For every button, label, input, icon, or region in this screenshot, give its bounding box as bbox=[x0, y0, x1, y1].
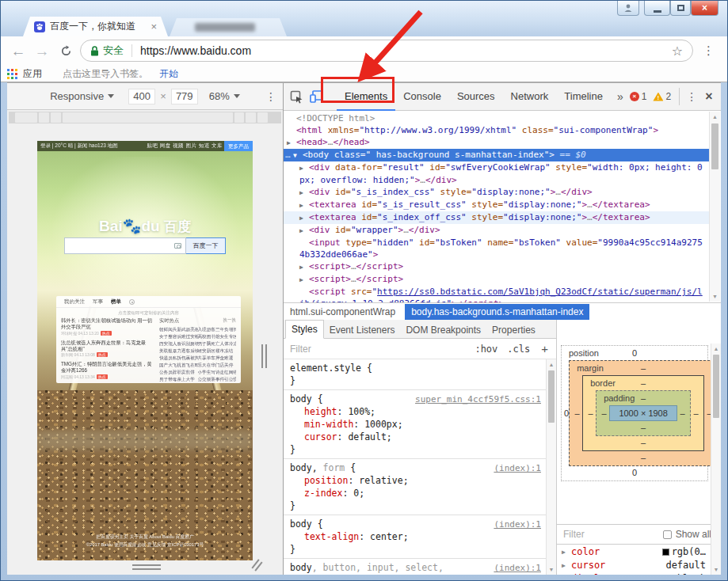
hot-search-item[interactable]: 入境游客三年负增长 bbox=[198, 326, 237, 333]
box-model-diagram[interactable]: position0 0 margin– – border– bbox=[561, 345, 708, 481]
css-source-link[interactable]: (index):1 bbox=[494, 562, 541, 575]
scroll-up-icon[interactable]: ▲ bbox=[547, 362, 556, 367]
inspect-element-icon[interactable] bbox=[290, 90, 303, 104]
css-property[interactable]: min-width: 1000px; bbox=[290, 418, 541, 431]
bookmark-star-icon[interactable]: ☆ bbox=[672, 44, 683, 59]
baidu-search-button[interactable]: 百度一下 bbox=[186, 237, 226, 254]
css-rule[interactable]: (index):1body, form {position: relative;… bbox=[284, 459, 546, 515]
hot-search-item[interactable]: 乐天在华门店关停 bbox=[198, 362, 237, 369]
hot-search-item[interactable]: 雄安新区楼市冻结 bbox=[198, 347, 237, 355]
hot-search-item[interactable]: 女子整容后难过安检 bbox=[159, 333, 198, 340]
dom-line[interactable]: ▶<div id="s_is_index_css" style="display… bbox=[284, 186, 709, 199]
news-tab[interactable]: 榜单 bbox=[111, 298, 121, 306]
dom-line[interactable]: <script src="https://ss0.bdstatic.com/5a… bbox=[284, 286, 709, 302]
maximize-button[interactable] bbox=[670, 1, 691, 16]
media-segment[interactable] bbox=[246, 112, 256, 123]
hot-search-item[interactable]: 国产大飞机首飞在即 bbox=[159, 362, 198, 369]
security-label[interactable]: 安全 bbox=[103, 44, 124, 58]
computed-property[interactable]: ▶displayblock bbox=[557, 572, 711, 575]
scroll-down-icon[interactable]: ▼ bbox=[710, 294, 720, 299]
hot-search-item[interactable]: 共享单车押金难退 bbox=[198, 355, 237, 362]
styles-filter-input[interactable]: Filter bbox=[290, 344, 311, 355]
styles-tab-event-listeners[interactable]: Event Listeners bbox=[324, 321, 401, 339]
dom-line[interactable]: ▶<textarea id="s_is_result_css" style="d… bbox=[284, 199, 709, 211]
scroll-down-icon[interactable]: ▼ bbox=[547, 567, 556, 572]
devtools-tab-sources[interactable]: Sources bbox=[449, 83, 503, 111]
styles-tab-properties[interactable]: Properties bbox=[486, 321, 541, 339]
minimize-button[interactable] bbox=[644, 1, 670, 16]
styles-tab-dom-breakpoints[interactable]: DOM Breakpoints bbox=[400, 321, 486, 339]
baidu-search-input[interactable] bbox=[64, 237, 186, 254]
devtools-tab-console[interactable]: Console bbox=[395, 83, 449, 111]
media-segment[interactable] bbox=[63, 112, 233, 123]
computed-scrollbar[interactable]: ▲ ▼ bbox=[711, 344, 721, 575]
news-tab[interactable]: 军事 bbox=[93, 298, 103, 306]
baidu-more-products-button[interactable]: 更多产品 bbox=[224, 141, 253, 151]
hot-search-item[interactable]: 男子带母亲上大学 bbox=[159, 376, 198, 383]
media-segment[interactable] bbox=[15, 112, 37, 123]
hot-search-item[interactable]: 朝鲜阅兵新武器亮相 bbox=[159, 326, 198, 333]
media-query-bar[interactable] bbox=[9, 112, 281, 123]
media-segment[interactable] bbox=[51, 112, 61, 123]
scrollbar-thumb[interactable] bbox=[548, 370, 555, 423]
viewport-height-input[interactable]: 779 bbox=[171, 89, 198, 104]
hot-search-item[interactable]: 西安现人脸识别厕纸 bbox=[159, 340, 198, 347]
computed-property[interactable]: ▶cursordefault bbox=[557, 559, 711, 572]
css-source-link[interactable]: super_min_4ccf59f5.css:1 bbox=[415, 393, 541, 406]
camera-icon[interactable] bbox=[174, 243, 181, 249]
baidu-nav-links[interactable]: 贴吧 网盘 视频 图片 知道 文库 bbox=[147, 142, 223, 150]
dom-line[interactable]: ▶<head>…</head> bbox=[284, 136, 709, 149]
news-headline[interactable]: 法总统候选人东奔西走拉票：马克龙最具"总统相"新华网 04.13 13:08热点 bbox=[61, 340, 154, 358]
dom-scrollbar[interactable]: ▲ ▼ bbox=[709, 112, 720, 302]
dom-line[interactable]: ▶<div data-for="result" id="swfEveryCook… bbox=[284, 161, 709, 186]
styles-scrollbar[interactable]: ▲ ▼ bbox=[546, 359, 556, 575]
dom-line[interactable]: ▶<script>…</script> bbox=[284, 260, 709, 273]
start-link[interactable]: 开始 bbox=[159, 67, 178, 81]
dom-line[interactable]: <input type="hidden" id="bsToken" name="… bbox=[284, 237, 709, 260]
baidu-nav-left[interactable]: 登录 | 20°C 晴 | 新闻 hao123 地图 bbox=[40, 142, 118, 150]
media-segment[interactable] bbox=[39, 112, 49, 123]
dom-line[interactable]: ▶<script>…</script> bbox=[284, 273, 709, 286]
dom-line[interactable]: …▼<body class=" has-background s-manhatt… bbox=[284, 149, 709, 161]
refresh-button[interactable] bbox=[55, 36, 77, 66]
browser-menu-icon[interactable]: ⋮ bbox=[703, 44, 715, 58]
new-style-rule-button[interactable]: + bbox=[541, 342, 548, 355]
error-badge[interactable]: × 1 bbox=[630, 91, 647, 102]
show-all-checkbox[interactable] bbox=[663, 530, 672, 539]
breadcrumb-html[interactable]: html.sui-componentWrap bbox=[290, 306, 395, 317]
hot-search-item[interactable]: 公务员辞职卖煎饼 bbox=[159, 369, 198, 376]
hot-search-item[interactable]: 男子脑死亡人体冷冻 bbox=[198, 340, 237, 347]
news-tab[interactable]: 我的关注 bbox=[64, 298, 85, 306]
scroll-up-icon[interactable]: ▲ bbox=[710, 114, 720, 120]
css-rule[interactable]: (index):1body {text-align: center;} bbox=[284, 515, 546, 559]
device-toolbar-menu-icon[interactable]: ⋮ bbox=[265, 90, 276, 103]
dom-line[interactable]: <html xmlns="http://www.w3.org/1999/xhtm… bbox=[284, 124, 709, 136]
baidu-search-bar[interactable]: 百度一下 bbox=[64, 237, 226, 254]
zoom-select[interactable]: 68% bbox=[209, 90, 230, 102]
hot-search-item[interactable]: 高校图书馆女生专区 bbox=[198, 333, 237, 340]
breadcrumb-body-selected[interactable]: body.has-background.s-manhattan-index bbox=[405, 304, 589, 320]
tab-close-icon[interactable]: × bbox=[151, 21, 157, 32]
apps-grid-icon[interactable] bbox=[7, 69, 17, 79]
more-panels-chevron[interactable]: » bbox=[611, 90, 630, 103]
media-segment[interactable] bbox=[257, 112, 268, 123]
gear-icon[interactable] bbox=[129, 299, 135, 305]
css-property[interactable]: cursor: default; bbox=[290, 431, 541, 443]
profile-button[interactable] bbox=[617, 1, 639, 16]
css-rule[interactable]: element.style {} bbox=[284, 359, 546, 390]
device-viewport[interactable]: 登录 | 20°C 晴 | 新闻 hao123 地图 贴吧 网盘 视频 图片 知… bbox=[37, 141, 253, 560]
viewport-resize-handle-corner[interactable] bbox=[251, 559, 262, 571]
devtools-tab-timeline[interactable]: Timeline bbox=[556, 83, 611, 111]
media-segment[interactable] bbox=[234, 112, 244, 123]
hot-search-item[interactable]: 快递员私拆包裹被拘 bbox=[159, 355, 198, 362]
css-source-link[interactable]: (index):1 bbox=[494, 462, 541, 475]
viewport-resize-handle-bottom[interactable] bbox=[132, 564, 161, 570]
styles-tab-styles[interactable]: Styles bbox=[285, 320, 324, 339]
dom-line[interactable]: <!DOCTYPE html> bbox=[284, 112, 709, 124]
devtools-menu-icon[interactable]: ⋮ bbox=[686, 90, 697, 103]
css-property[interactable]: height: 100%; bbox=[290, 405, 541, 418]
css-rule[interactable]: super_min_4ccf59f5.css:1body {height: 10… bbox=[284, 390, 546, 459]
browser-tab-inactive[interactable] bbox=[170, 18, 287, 36]
css-source-link[interactable]: (index):1 bbox=[494, 518, 541, 531]
viewport-width-input[interactable]: 400 bbox=[128, 89, 155, 104]
